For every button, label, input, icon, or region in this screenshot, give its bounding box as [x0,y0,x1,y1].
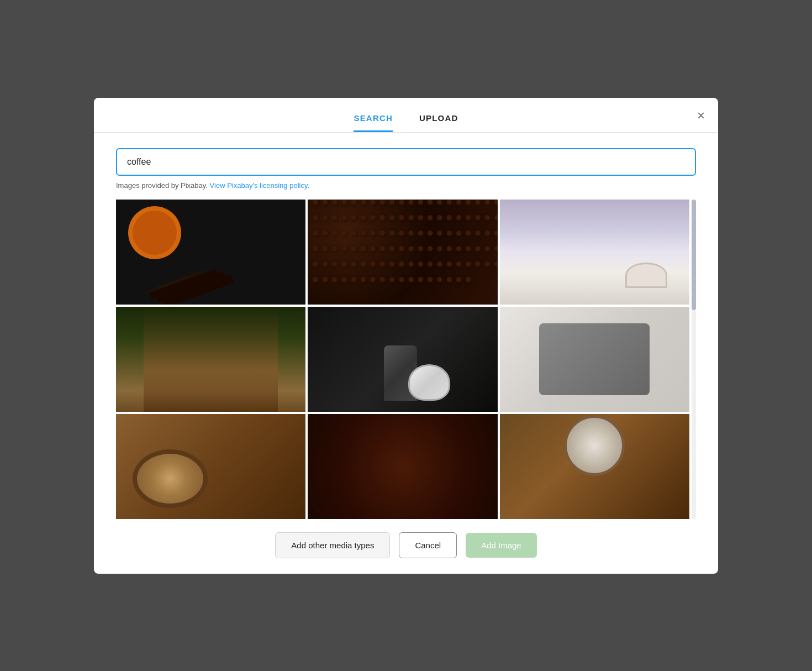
image-2 [308,200,497,305]
images-grid [116,200,689,519]
cancel-button[interactable]: Cancel [399,532,457,558]
image-cell-9[interactable] [500,414,689,519]
image-5 [308,307,497,412]
tab-upload[interactable]: UPLOAD [419,113,458,132]
image-cell-2[interactable] [308,200,497,305]
image-6 [500,307,689,412]
pixabay-link[interactable]: View Pixabay's licensing policy. [210,181,309,190]
image-8 [308,414,497,519]
pixabay-notice: Images provided by Pixabay. View Pixabay… [116,181,696,190]
modal-footer: Add other media types Cancel Add Image [94,519,718,574]
image-picker-modal: × SEARCH UPLOAD Images provided by Pixab… [94,98,718,574]
image-cell-6[interactable] [500,307,689,412]
image-cell-3[interactable] [500,200,689,305]
image-cell-8[interactable] [308,414,497,519]
close-button[interactable]: × [697,109,705,122]
search-input[interactable] [116,148,696,176]
image-4 [116,307,305,412]
image-cell-4[interactable] [116,307,305,412]
modal-body: Images provided by Pixabay. View Pixabay… [94,133,718,519]
image-3 [500,200,689,305]
image-7 [116,414,305,519]
image-cell-1[interactable] [116,200,305,305]
tab-search[interactable]: SEARCH [354,113,393,132]
scrollbar-thumb[interactable] [692,200,696,310]
add-image-button[interactable]: Add Image [466,533,537,558]
image-9 [500,414,689,519]
images-grid-wrapper [116,200,696,519]
image-1 [116,200,305,305]
tab-bar: SEARCH UPLOAD [94,98,718,133]
scrollbar-track[interactable] [692,200,696,519]
add-other-media-button[interactable]: Add other media types [275,532,390,558]
modal-overlay: × SEARCH UPLOAD Images provided by Pixab… [0,0,812,671]
image-cell-7[interactable] [116,414,305,519]
pixabay-text: Images provided by Pixabay. [116,181,208,190]
image-cell-5[interactable] [308,307,497,412]
